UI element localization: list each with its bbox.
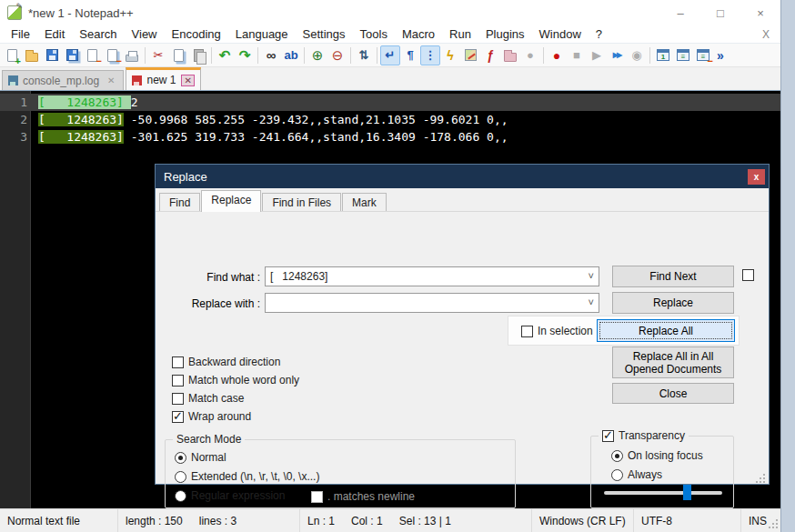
extended-label: Extended (\n, \r, \t, \0, \x...) — [191, 470, 319, 483]
editor-line[interactable]: 3 [ 1248263] -301.625 319.733 -241.664,,… — [0, 128, 780, 146]
window-resize-grip[interactable] — [769, 519, 778, 528]
export-one-icon[interactable]: 1 — [653, 45, 673, 65]
save-macro-icon[interactable]: ◉ — [627, 45, 647, 65]
document-map-icon[interactable] — [460, 45, 480, 65]
show-all-chars-icon[interactable]: ¶ — [400, 45, 420, 65]
menu-window[interactable]: Window — [532, 25, 589, 43]
paste-icon[interactable] — [188, 45, 208, 65]
cut-icon[interactable]: ✂ — [148, 45, 168, 65]
close-doc-icon[interactable] — [82, 45, 102, 65]
replace-all-opened-button[interactable]: Replace All in All Opened Documents — [612, 346, 734, 378]
tab-close-icon[interactable]: ✕ — [181, 75, 194, 86]
copy-icon[interactable] — [168, 45, 188, 65]
backward-direction-checkbox[interactable]: Backward direction — [172, 356, 280, 368]
menu-view[interactable]: View — [125, 25, 165, 43]
transparency-slider[interactable] — [604, 491, 722, 495]
in-selection-checkbox[interactable]: In selection — [521, 325, 593, 337]
new-file-icon[interactable] — [2, 45, 22, 65]
tab-replace[interactable]: Replace — [201, 190, 261, 212]
stop-macro-icon[interactable]: ■ — [567, 45, 587, 65]
menu-help[interactable]: ? — [589, 25, 609, 43]
editor-line[interactable]: 1 [ 1248263] 2 — [0, 94, 780, 111]
tab-mark[interactable]: Mark — [342, 193, 387, 211]
encoding-status[interactable]: UTF-8 — [634, 509, 741, 532]
dialog-close-icon[interactable]: x — [748, 169, 765, 185]
highlighted-match-text: [ 1248263] — [38, 113, 124, 126]
close-all-docs-icon[interactable] — [102, 45, 122, 65]
redo-icon[interactable]: ↷ — [235, 45, 255, 65]
toolbar-overflow-chevron[interactable]: » — [717, 48, 724, 63]
undo-icon[interactable]: ↶ — [215, 45, 235, 65]
sync-scroll-icon[interactable]: ⇅ — [354, 45, 374, 65]
print-icon[interactable] — [122, 45, 142, 65]
line-number: 2 — [0, 111, 27, 128]
play-macro-icon[interactable]: ▶ — [587, 45, 607, 65]
export-lines-icon[interactable]: ≡ — [673, 45, 693, 65]
search-mode-regex-radio[interactable]: Regular expression — [175, 489, 285, 502]
function-completion-icon[interactable]: ϟ — [440, 45, 460, 65]
open-folder-icon[interactable] — [22, 45, 42, 65]
transparency-slider-thumb[interactable] — [683, 485, 691, 500]
tab-close-icon[interactable]: ✕ — [105, 75, 117, 86]
close-dialog-button[interactable]: Close — [612, 383, 734, 404]
find-icon[interactable]: ∞ — [261, 45, 281, 65]
menu-settings[interactable]: Settings — [296, 25, 353, 43]
monitoring-icon[interactable]: ● — [520, 45, 540, 65]
menu-macro[interactable]: Macro — [395, 25, 442, 43]
maximize-button[interactable]: □ — [700, 0, 740, 25]
always-radio[interactable]: Always — [611, 468, 662, 481]
export-remove-icon[interactable]: ≡ — [693, 45, 713, 65]
chevron-down-icon[interactable]: ˅ — [589, 296, 594, 307]
save-all-icon[interactable] — [62, 45, 82, 65]
tab-find-in-files[interactable]: Find in Files — [262, 193, 341, 211]
function-list-icon[interactable]: ƒ — [480, 45, 500, 65]
indent-guide-icon[interactable]: ⋮ — [420, 45, 440, 65]
chevron-down-icon[interactable]: ˅ — [589, 270, 594, 281]
tab-new-1[interactable]: new 1 ✕ — [126, 67, 200, 90]
match-whole-word-checkbox[interactable]: Match whole word only — [172, 374, 299, 386]
menu-language[interactable]: Language — [228, 25, 296, 43]
find-next-button[interactable]: Find Next — [612, 266, 734, 287]
record-macro-icon[interactable]: ● — [547, 45, 567, 65]
run-macro-multi-icon[interactable]: ▶▶ — [607, 45, 627, 65]
menu-tools[interactable]: Tools — [353, 25, 395, 43]
menu-search[interactable]: Search — [72, 25, 124, 43]
tab-find[interactable]: Find — [159, 193, 200, 211]
editor-line[interactable]: 2 [ 1248263] -50.9968 585.255 -239.432,,… — [0, 111, 780, 128]
dialog-title-bar[interactable]: Replace x — [156, 165, 769, 188]
search-mode-normal-radio[interactable]: Normal — [175, 451, 226, 464]
word-wrap-icon[interactable]: ↵ — [380, 45, 400, 65]
transparency-checkbox[interactable]: Transparency — [599, 429, 689, 442]
folder-workspace-icon[interactable] — [500, 45, 520, 65]
replace-icon[interactable]: ab — [281, 45, 301, 65]
menu-run[interactable]: Run — [442, 25, 478, 43]
menu-edit[interactable]: Edit — [37, 25, 72, 43]
close-document-x-icon[interactable]: X — [759, 28, 773, 41]
menu-plugins[interactable]: Plugins — [478, 25, 532, 43]
on-losing-focus-radio[interactable]: On losing focus — [611, 449, 703, 462]
menu-encoding[interactable]: Encoding — [165, 25, 228, 43]
close-button[interactable]: × — [740, 0, 780, 25]
matches-newline-checkbox[interactable]: . matches newline — [311, 490, 415, 503]
transparency-label: Transparency — [619, 429, 685, 442]
zoom-in-icon[interactable]: ⊕ — [307, 45, 327, 65]
eol-format-status[interactable]: Windows (CR LF) — [532, 509, 634, 532]
replace-all-button[interactable]: Replace All — [597, 319, 735, 342]
wrap-around-checkbox[interactable]: Wrap around — [172, 410, 251, 423]
search-mode-extended-radio[interactable]: Extended (\n, \r, \t, \0, \x...) — [175, 470, 319, 483]
replace-with-input[interactable]: ˅ — [265, 293, 599, 313]
toolbar-separator — [350, 47, 351, 64]
replace-button[interactable]: Replace — [612, 292, 734, 314]
line-text: 2 — [131, 95, 138, 109]
menu-file[interactable]: File — [4, 25, 37, 43]
dialog-resize-grip[interactable] — [756, 474, 765, 483]
minimize-button[interactable]: – — [660, 0, 700, 25]
match-case-checkbox[interactable]: Match case — [172, 392, 244, 405]
zoom-out-icon[interactable]: ⊖ — [327, 45, 347, 65]
find-what-label: Find what : — [165, 271, 260, 284]
editor-scrollbar[interactable] — [780, 0, 795, 532]
save-icon[interactable] — [42, 45, 62, 65]
tab-console-mp-log[interactable]: console_mp.log ✕ — [2, 70, 124, 90]
find-next-mode-checkbox[interactable] — [742, 269, 759, 281]
find-what-input[interactable]: [ 1248263] ˅ — [265, 266, 599, 286]
